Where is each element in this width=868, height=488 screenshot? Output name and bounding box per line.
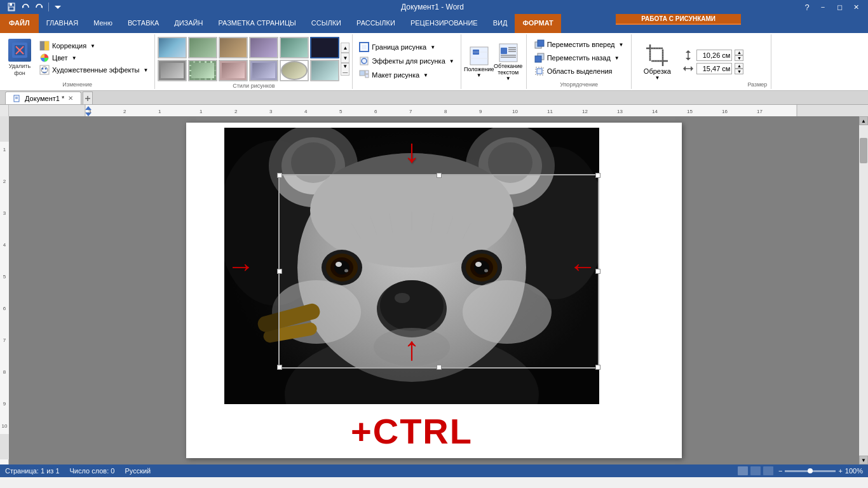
- tab-insert[interactable]: ВСТАВКА: [120, 14, 166, 33]
- tab-layout[interactable]: РАЗМЕТКА СТРАНИЦЫ: [210, 14, 303, 33]
- style-thumb-4[interactable]: [249, 37, 278, 58]
- svg-point-16: [42, 68, 44, 70]
- style-scroll-more[interactable]: ▼―: [341, 63, 349, 76]
- help-button[interactable]: ?: [801, 1, 813, 13]
- svg-text:8: 8: [3, 369, 6, 375]
- height-row: ▲ ▼: [682, 50, 743, 61]
- width-input[interactable]: [696, 63, 732, 74]
- width-down-button[interactable]: ▼: [735, 69, 743, 74]
- selection-pane-button[interactable]: Область выделения: [531, 65, 628, 78]
- status-right: − + 100%: [738, 466, 863, 475]
- move-forward-button[interactable]: Переместить вперед ▼: [531, 38, 628, 51]
- svg-text:5: 5: [3, 274, 6, 280]
- color-button[interactable]: Цвет ▼: [37, 52, 151, 64]
- restore-button[interactable]: ◻: [832, 0, 846, 14]
- customize-button[interactable]: [51, 1, 64, 13]
- scroll-down-button[interactable]: ▼: [859, 456, 868, 464]
- doc-tab-close[interactable]: ✕: [68, 95, 73, 102]
- style-thumb-8[interactable]: [188, 60, 217, 81]
- arrange-label: Упорядочение: [560, 80, 598, 88]
- tab-home[interactable]: ГЛАВНАЯ: [39, 14, 86, 33]
- crop-handle-bc[interactable]: [437, 365, 442, 370]
- correction-button[interactable]: Коррекция ▼: [37, 40, 151, 51]
- layout-button[interactable]: Макет рисунка ▼: [356, 69, 456, 81]
- close-button[interactable]: ✕: [849, 0, 863, 14]
- doc-tab-1[interactable]: Документ1 * ✕: [5, 92, 81, 104]
- svg-text:17: 17: [757, 109, 763, 114]
- correction-controls: Коррекция ▼ Цвет ▼: [37, 40, 151, 76]
- position-button[interactable]: Положение ▼: [465, 44, 493, 79]
- tab-references[interactable]: ССЫЛКИ: [304, 14, 349, 33]
- tab-menu[interactable]: Меню: [86, 14, 120, 33]
- minimize-button[interactable]: −: [816, 0, 830, 14]
- style-scroll-down[interactable]: ▼: [341, 53, 349, 63]
- style-thumb-11[interactable]: [280, 60, 309, 81]
- svg-text:15: 15: [687, 109, 693, 114]
- wrap-text-button[interactable]: Обтеканиетекстом ▼: [494, 41, 522, 83]
- svg-text:4: 4: [3, 242, 6, 248]
- tab-file[interactable]: ФАЙЛ: [0, 14, 39, 33]
- position-content: Положение ▼ Обтеканиетекстом ▼: [465, 36, 522, 88]
- view-buttons: [738, 466, 773, 475]
- title-bar: Документ1 - Word ? − ◻ ✕: [0, 0, 868, 14]
- crop-handle-br[interactable]: [595, 365, 600, 370]
- svg-rect-58: [9, 105, 868, 116]
- tab-format[interactable]: ФОРМАТ: [515, 14, 560, 33]
- vertical-scrollbar[interactable]: ▲ ▼: [859, 116, 868, 464]
- height-up-button[interactable]: ▲: [735, 50, 743, 55]
- width-up-button[interactable]: ▲: [735, 63, 743, 69]
- web-layout-button[interactable]: [763, 466, 773, 475]
- crop-handle-tl[interactable]: [277, 173, 282, 178]
- effects-button[interactable]: Эффекты для рисунка ▼: [356, 55, 456, 67]
- crop-handle-ml[interactable]: [277, 269, 282, 274]
- layout-dropdown: ▼: [423, 72, 428, 78]
- art-effects-button[interactable]: Художественные эффекты ▼: [37, 64, 151, 76]
- move-backward-button[interactable]: Переместить назад ▼: [531, 51, 628, 64]
- zoom-in-button[interactable]: +: [838, 467, 842, 475]
- svg-rect-19: [362, 44, 367, 50]
- style-thumb-5[interactable]: [280, 37, 309, 58]
- style-thumb-6[interactable]: [310, 37, 339, 58]
- crop-handle-tr[interactable]: [595, 173, 600, 178]
- scroll-track: [859, 125, 868, 456]
- save-button[interactable]: [5, 1, 18, 13]
- ruler-h-track: 3 2 1 1 2 3 4 5 6 7 8 9 10 11 12 13 14 1…: [9, 105, 868, 116]
- height-down-button[interactable]: ▼: [735, 55, 743, 61]
- arrange-controls: Переместить вперед ▼ Переместить назад ▼: [531, 38, 628, 78]
- correction-dropdown: ▼: [90, 43, 95, 49]
- svg-rect-46: [650, 48, 663, 61]
- crop-button[interactable]: Обрезка ▼: [641, 42, 674, 82]
- read-mode-button[interactable]: [750, 466, 761, 475]
- svg-rect-22: [360, 71, 365, 76]
- redo-button[interactable]: [33, 1, 46, 13]
- svg-text:12: 12: [582, 109, 588, 114]
- height-input[interactable]: [696, 50, 732, 61]
- scroll-up-button[interactable]: ▲: [859, 116, 868, 125]
- new-tab-button[interactable]: [83, 92, 93, 104]
- tab-view[interactable]: ВИД: [485, 14, 515, 33]
- tab-mailings[interactable]: РАССЫЛКИ: [349, 14, 403, 33]
- print-layout-button[interactable]: [738, 466, 748, 475]
- ribbon-group-size: Обрезка ▼ ▲ ▼: [632, 34, 771, 89]
- tab-design[interactable]: ДИЗАЙН: [166, 14, 210, 33]
- zoom-slider[interactable]: [785, 470, 836, 472]
- style-thumb-9[interactable]: [219, 60, 248, 81]
- style-thumb-10[interactable]: [249, 60, 278, 81]
- style-thumb-3[interactable]: [219, 37, 248, 58]
- delete-bg-button[interactable]: Удалитьфон: [4, 37, 36, 78]
- arrow-down-top: ↓: [403, 134, 420, 167]
- zoom-out-button[interactable]: −: [778, 467, 782, 475]
- style-scroll-up[interactable]: ▲: [341, 43, 349, 53]
- wrap-label: Обтеканиетекстом: [494, 63, 522, 76]
- border-button[interactable]: Граница рисунка ▼: [356, 41, 456, 53]
- undo-button[interactable]: [19, 1, 32, 13]
- zoom-controls: − + 100%: [778, 467, 863, 475]
- tab-review[interactable]: РЕЦЕНЗИРОВАНИЕ: [403, 14, 485, 33]
- style-thumb-1[interactable]: [158, 37, 187, 58]
- scroll-thumb[interactable]: [860, 138, 867, 163]
- style-thumb-2[interactable]: [188, 37, 217, 58]
- style-thumb-12[interactable]: [310, 60, 339, 81]
- style-thumb-7[interactable]: [158, 60, 187, 81]
- crop-handle-bl[interactable]: [277, 365, 282, 370]
- crop-handle-tc[interactable]: [437, 173, 442, 178]
